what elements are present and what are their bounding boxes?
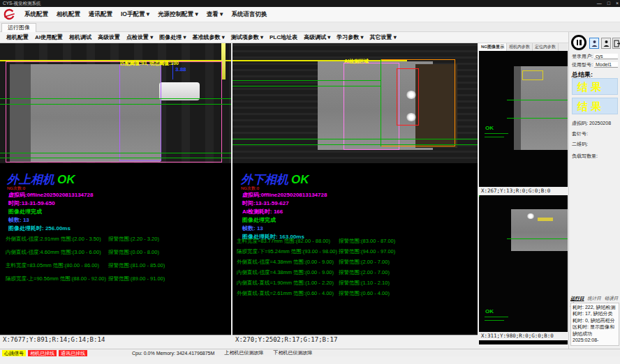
thumb1-green-line-2 <box>507 118 568 119</box>
mid-frame-count: 帧数: 13 <box>242 225 263 232</box>
close-icon[interactable]: × <box>616 0 619 7</box>
logout-button[interactable] <box>612 38 620 49</box>
thumb2-coordinate-bar: X:311;Y:980;R:0;G:0;B:0 <box>479 332 568 340</box>
mid-flare-spot-1 <box>406 91 417 99</box>
login-user-value[interactable]: cys <box>594 54 618 59</box>
result-box-lower: 结果 <box>572 98 618 114</box>
tool-other-settings[interactable]: 其它设置 ▾ <box>370 33 397 41</box>
tab-strip: 运行图像 <box>0 22 620 32</box>
tool-advanced-debug[interactable]: 高级调试 ▾ <box>304 33 330 41</box>
left-alarm-range: 报警范围:(0.00 - 8.00) <box>108 249 159 256</box>
left-threshold-overlay: 匹配阈值:93, 动态阈值:100 <box>120 60 179 67</box>
menu-camera-config[interactable]: 相机配置 <box>57 10 80 19</box>
log-text-area[interactable]: 耗时: 222, 缺陷检测耗时: 17, 缺陷分类耗时: 0, 缺陷画框分区耗时… <box>570 303 619 346</box>
left-pixel-coordinate-bar: X:7677;Y:891;R:14;G:14;B:14 <box>0 335 231 344</box>
thumb1-green-line-1 <box>507 100 568 100</box>
app-logo-icon <box>2 8 16 21</box>
thumb2-part <box>511 209 568 251</box>
tab-run-image[interactable]: 运行图像 <box>1 23 36 32</box>
thumb1-text-line-1 <box>485 133 508 134</box>
menu-io-config[interactable]: IO手配置 ▾ <box>121 10 149 19</box>
thumbnail-view-lower: OK <box>479 197 568 332</box>
person-dark-icon <box>603 40 610 47</box>
menu-view[interactable]: 查看 ▾ <box>207 10 223 19</box>
tab-camera-inner-params[interactable]: 相机内参数 <box>507 43 533 51</box>
tool-camera-config[interactable]: 相机配置 <box>6 33 29 41</box>
mid-camera-name: 外下相机 <box>241 173 288 186</box>
left-frame-count: 帧数: 13 <box>8 216 29 224</box>
menu-light-config[interactable]: 光源控制配置 ▾ <box>158 10 198 19</box>
left-measure-row: 主料宽度=83.05mm 范围:(80.00 - 86.00) <box>6 262 99 269</box>
mid-process-done: 图像处理完成 <box>242 216 276 224</box>
tool-baseline-params[interactable]: 基准线参数 ▾ <box>193 33 225 41</box>
logout-door-icon <box>614 40 620 47</box>
left-measure-line-1 <box>0 98 231 99</box>
maximize-icon[interactable]: □ <box>607 0 610 7</box>
thumb2-text-line-1 <box>485 317 508 317</box>
left-measure-line-3 <box>0 153 231 153</box>
model-label: 使用型号: <box>572 62 593 67</box>
model-value[interactable]: Model1 <box>594 62 618 68</box>
thumbnail-view-upper: OK <box>479 51 568 187</box>
load-count-label: 负载写数量: <box>572 153 598 158</box>
load-count-row: 负载写数量: <box>572 153 598 160</box>
mid-ai-region-overlay: AI检测区域 <box>344 58 369 65</box>
menu-language-switch[interactable]: 系统语言切换 <box>231 10 267 19</box>
virtual-code-row: 虚拟码: 20250208 <box>572 120 611 127</box>
mid-alarm-range: 报警范围:(94.00 - 97.00) <box>339 248 395 255</box>
left-ok-status: OK <box>57 173 75 186</box>
menu-system-config[interactable]: 系统配置 <box>24 10 48 19</box>
pause-button[interactable] <box>571 35 586 50</box>
pause-icon <box>580 40 582 45</box>
cpu-memory-status: Cpu: 0.0% Memory: 3424.41796875M <box>132 351 214 356</box>
mid-measure-row: 外侧直线-直线=2.61mm 范围:(0.60 - 4.00) <box>237 290 334 297</box>
login-user-button[interactable] <box>589 38 599 49</box>
left-caliper-value: 3.88 <box>175 66 186 73</box>
thumb2-flare-1 <box>526 213 535 219</box>
login-user-row: 登录用户:cys <box>572 53 618 60</box>
tool-image-processing[interactable]: 图像处理 ▾ <box>159 33 186 41</box>
model-row: 使用型号:Model1 <box>572 61 618 68</box>
tool-plc-table[interactable]: PLC地址表 <box>270 33 297 41</box>
app-window: CYS-视觉检测系统 — □ × 系统配置 相机配置 通讯配置 IO手配置 ▾ … <box>0 0 620 364</box>
toolbar: 相机配置 AI使用配置 相机调试 高级设置 点检设置 ▾ 图像处理 ▾ 基准线参… <box>0 32 568 43</box>
tool-advanced-settings[interactable]: 高级设置 <box>98 33 120 41</box>
left-virtual-code: 虚拟码:0ffline2025020813134728 <box>8 191 93 199</box>
tool-ai-config[interactable]: AI使用配置 <box>35 33 63 41</box>
left-measure-line-2 <box>0 104 231 105</box>
window-title: CYS-视觉检测系统 <box>3 1 41 6</box>
left-alarm-range: 报警范围:(89.00 - 91.00) <box>108 275 165 282</box>
left-process-time: 图像处理耗时: 256.00ms <box>8 225 71 232</box>
mid-measure-row: 内侧直线-直线=1.90mm 范围:(1.00 - 2.20) <box>237 280 334 287</box>
comm-offline-badge: 通讯已掉线 <box>59 350 87 356</box>
camera-offline-badge: 相机已掉线 <box>28 350 57 356</box>
title-bar: CYS-视觉检测系统 <box>0 0 620 7</box>
mid-measure-vline <box>381 59 381 146</box>
minimize-icon[interactable]: — <box>597 0 602 7</box>
tool-spot-check[interactable]: 点检设置 ▾ <box>126 33 153 41</box>
mid-measure-line-3 <box>232 139 478 139</box>
thumb1-part-edge <box>514 66 521 150</box>
tool-test-params[interactable]: 测试项参数 ▾ <box>231 33 263 41</box>
left-measure-line-4 <box>0 158 231 158</box>
tab-locator-inner-params[interactable]: 定位内参数 <box>533 43 559 51</box>
tool-camera-debug[interactable]: 相机调试 <box>69 33 91 41</box>
mid-alarm-range: 报警范围:(2.00 - 7.00) <box>339 269 390 276</box>
right-sidebar: 登录用户:cys 使用型号:Model1 总结果: 结果 结果 虚拟码: 202… <box>568 32 620 349</box>
thumb1-yellow-mark <box>522 70 543 80</box>
virtual-code-label: 虚拟码: <box>572 121 588 126</box>
admin-user-button[interactable] <box>601 38 611 49</box>
mid-ai-time: AI检测耗时: 166 <box>242 208 283 215</box>
mid-measure-row: 内侧直线-强度=4.38mm 范围:(0.00 - 9.00) <box>237 269 334 276</box>
thumbnail-column: NG图像显示 相机内参数 定位内参数 OK X:267;Y:13;R:0;G:0… <box>479 43 568 344</box>
qrcode-label: 二维码: <box>572 142 588 146</box>
mid-virtual-code: 虚拟码:0ffline2025020813134728 <box>242 191 327 199</box>
mid-alarm-range: 报警范围:(1.10 - 2.10) <box>339 280 390 287</box>
tab-ng-image-display[interactable]: NG图像显示 <box>479 43 507 51</box>
tool-learning-params[interactable]: 学习参数 ▾ <box>337 33 363 41</box>
left-roi-magenta-rect <box>6 61 222 162</box>
menu-comm-config[interactable]: 通讯配置 <box>89 10 112 19</box>
left-measure-row: 内侧直线-强度:4.60mm 范围:(3.00 - 6.00) <box>6 249 101 256</box>
thumbnail-tabs: NG图像显示 相机内参数 定位内参数 <box>479 43 568 51</box>
mid-flare-spot-2 <box>406 113 417 121</box>
